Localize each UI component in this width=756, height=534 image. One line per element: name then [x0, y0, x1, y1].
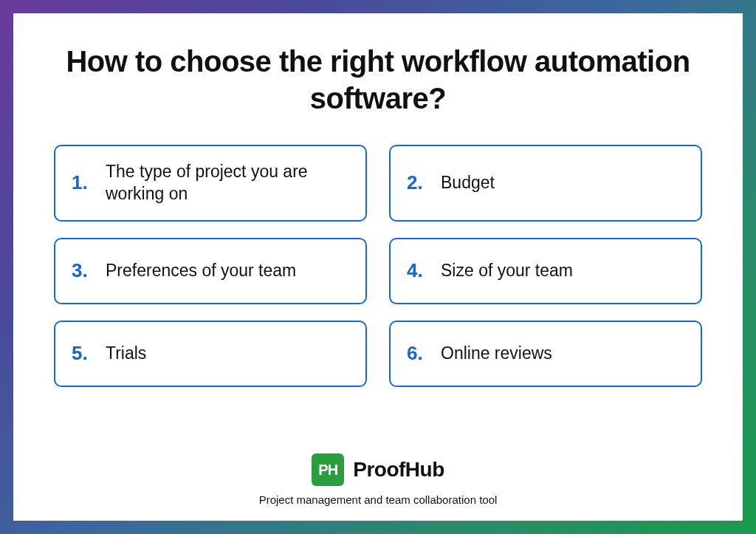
- criteria-label: Trials: [106, 343, 146, 365]
- criteria-label: Size of your team: [441, 260, 573, 282]
- criteria-number: 4.: [407, 259, 427, 282]
- criteria-item-3: 3. Preferences of your team: [54, 238, 367, 304]
- criteria-label: Budget: [441, 172, 495, 194]
- criteria-label: The type of project you are working on: [106, 161, 349, 205]
- criteria-number: 3.: [72, 259, 92, 282]
- content-card: How to choose the right workflow automat…: [13, 13, 743, 521]
- criteria-label: Online reviews: [441, 343, 552, 365]
- footer: PH ProofHub Project management and team …: [54, 453, 702, 506]
- criteria-label: Preferences of your team: [106, 260, 296, 282]
- brand-lockup: PH ProofHub: [312, 453, 444, 486]
- criteria-number: 2.: [407, 171, 427, 194]
- criteria-number: 5.: [72, 342, 92, 365]
- criteria-item-5: 5. Trials: [54, 321, 367, 387]
- criteria-number: 6.: [407, 342, 427, 365]
- criteria-item-2: 2. Budget: [389, 145, 702, 222]
- criteria-grid: 1. The type of project you are working o…: [54, 145, 702, 433]
- criteria-item-1: 1. The type of project you are working o…: [54, 145, 367, 222]
- brand-logo-icon: PH: [312, 453, 344, 486]
- criteria-item-6: 6. Online reviews: [389, 321, 702, 387]
- page-title: How to choose the right workflow automat…: [54, 43, 702, 117]
- criteria-item-4: 4. Size of your team: [389, 238, 702, 304]
- criteria-number: 1.: [72, 171, 92, 194]
- brand-name: ProofHub: [353, 458, 444, 482]
- brand-tagline: Project management and team collaboratio…: [259, 493, 498, 506]
